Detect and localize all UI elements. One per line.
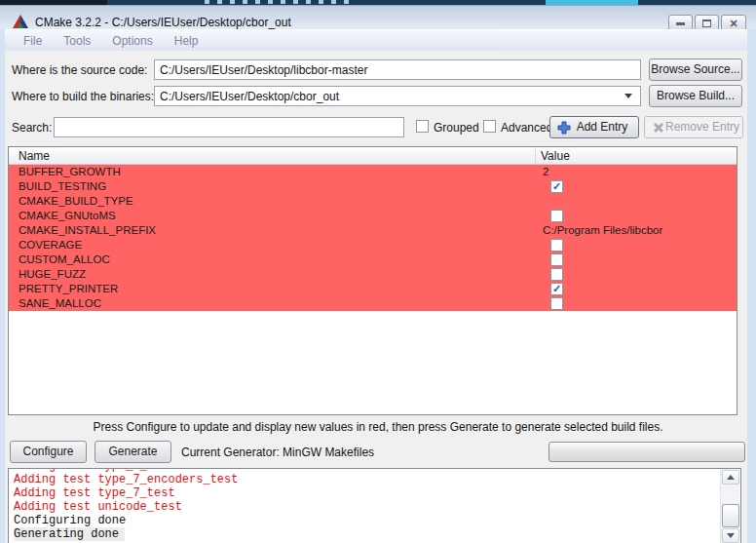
row-checkbox-unchecked[interactable] — [550, 253, 563, 266]
minimize-icon — [676, 22, 685, 25]
browse-build-button[interactable]: Browse Build... — [649, 85, 742, 107]
table-row[interactable]: BUILD_TESTING✓ — [9, 179, 737, 194]
cache-table-header[interactable]: Name Value — [9, 147, 737, 165]
scroll-up-icon — [727, 475, 735, 480]
column-header-value[interactable]: Value — [541, 149, 570, 163]
current-generator-label: Current Generator: MinGW Makefiles — [181, 446, 374, 459]
generate-button[interactable]: Generate — [94, 441, 171, 463]
log-line: Adding test type_7_encoders_test — [14, 473, 740, 486]
cache-table: Name Value BUFFER_GROWTH2BUILD_TESTING✓C… — [8, 146, 737, 415]
desktop-segment — [205, 0, 351, 4]
screen: CMake 3.2.2 - C:/Users/IEUser/Desktop/cb… — [0, 0, 756, 543]
row-checkbox-unchecked[interactable] — [550, 239, 563, 252]
log-line: Configuring done — [14, 514, 740, 527]
build-path-combobox[interactable]: C:/Users/IEUser/Desktop/cbor_out — [154, 86, 641, 106]
advanced-checkbox[interactable] — [483, 120, 496, 133]
row-name: HUGE_FUZZ — [19, 267, 86, 282]
menu-item-help[interactable]: Help — [164, 34, 209, 48]
close-icon: ✕ — [729, 18, 737, 29]
source-code-label: Where is the source code: — [12, 63, 147, 77]
log-line: Adding test unicode_test — [14, 500, 740, 514]
row-name: CMAKE_INSTALL_PREFIX — [19, 223, 156, 238]
row-name: CMAKE_BUILD_TYPE — [19, 194, 133, 209]
table-row[interactable]: CMAKE_INSTALL_PREFIXC:/Program Files/lib… — [9, 223, 737, 238]
add-entry-button[interactable]: Add Entry — [549, 116, 639, 138]
search-input[interactable] — [54, 117, 404, 137]
grouped-checkbox[interactable] — [416, 120, 429, 133]
column-divider[interactable] — [535, 149, 536, 163]
table-row[interactable]: COVERAGE — [9, 238, 737, 252]
remove-entry-label: Remove Entry — [665, 120, 739, 134]
log-line: Generating done — [14, 527, 740, 541]
table-row[interactable]: CUSTOM_ALLOC — [9, 252, 737, 267]
row-name: BUFFER_GROWTH — [19, 165, 121, 179]
menu-bar: FileToolsOptionsHelp — [5, 29, 747, 51]
browse-source-button[interactable]: Browse Source... — [649, 58, 742, 81]
scroll-down-icon — [727, 533, 735, 538]
window-frame-right — [747, 29, 756, 543]
column-header-name[interactable]: Name — [19, 149, 50, 163]
remove-entry-button[interactable]: Remove Entry — [644, 116, 743, 138]
row-checkbox-checked[interactable]: ✓ — [550, 283, 563, 295]
grouped-label[interactable]: Grouped — [434, 121, 479, 135]
row-checkbox-unchecked[interactable] — [550, 268, 563, 281]
menu-item-tools[interactable]: Tools — [53, 34, 101, 48]
log-scrollbar[interactable] — [720, 469, 739, 543]
row-name: SANE_MALLOC — [19, 296, 101, 311]
build-binaries-label: Where to build the binaries: — [12, 90, 154, 103]
configure-hint-text: Press Configure to update and display ne… — [0, 420, 756, 434]
menu-item-options[interactable]: Options — [101, 34, 163, 48]
search-label: Search: — [12, 121, 52, 135]
title-bar[interactable]: CMake 3.2.2 - C:/Users/IEUser/Desktop/cb… — [0, 5, 756, 29]
log-line: Adding test type_7_test — [14, 486, 740, 500]
window-title: CMake 3.2.2 - C:/Users/IEUser/Desktop/cb… — [35, 16, 291, 29]
scrollbar-up-button[interactable] — [722, 470, 739, 485]
add-plus-icon — [557, 121, 571, 135]
window-frame-left — [0, 29, 5, 543]
row-checkbox-unchecked[interactable] — [550, 210, 563, 222]
row-name: CUSTOM_ALLOC — [19, 252, 110, 267]
row-name: CMAKE_GNUtoMS — [19, 209, 116, 223]
menu-item-file[interactable]: File — [13, 34, 53, 48]
row-checkbox-checked[interactable]: ✓ — [550, 180, 563, 193]
advanced-label[interactable]: Advanced — [501, 121, 552, 135]
configure-button[interactable]: Configure — [10, 441, 87, 463]
table-row[interactable]: CMAKE_BUILD_TYPE — [9, 194, 737, 209]
row-name: BUILD_TESTING — [19, 179, 106, 194]
build-path-value: C:/Users/IEUser/Desktop/cbor_out — [160, 90, 339, 103]
remove-x-icon — [653, 122, 664, 134]
scrollbar-down-button[interactable] — [722, 528, 739, 543]
table-row[interactable]: CMAKE_GNUtoMS — [9, 209, 737, 223]
output-log-lines: Adding test type_6_testAdding test type_… — [9, 468, 740, 541]
row-checkbox-unchecked[interactable] — [550, 297, 563, 310]
output-log[interactable]: Adding test type_6_testAdding test type_… — [8, 468, 741, 543]
table-row[interactable]: PRETTY_PRINTER✓ — [9, 282, 737, 296]
row-value[interactable]: 2 — [543, 165, 548, 179]
maximize-icon — [702, 19, 711, 27]
combo-dropdown-arrow-icon[interactable] — [624, 94, 632, 98]
scrollbar-thumb[interactable] — [722, 504, 739, 527]
add-entry-label: Add Entry — [577, 120, 628, 134]
table-row[interactable]: HUGE_FUZZ — [9, 267, 737, 282]
progress-bar — [548, 442, 745, 462]
row-name: COVERAGE — [19, 238, 82, 252]
table-row[interactable]: SANE_MALLOC — [9, 296, 737, 311]
row-value[interactable]: C:/Program Files/libcbor — [543, 223, 662, 238]
table-row[interactable]: BUFFER_GROWTH2 — [9, 165, 737, 179]
row-name: PRETTY_PRINTER — [19, 282, 118, 296]
cache-table-body: BUFFER_GROWTH2BUILD_TESTING✓CMAKE_BUILD_… — [9, 165, 737, 311]
source-path-input[interactable]: C:/Users/IEUser/Desktop/libcbor-master — [154, 59, 641, 80]
cmake-logo-icon — [13, 15, 28, 30]
